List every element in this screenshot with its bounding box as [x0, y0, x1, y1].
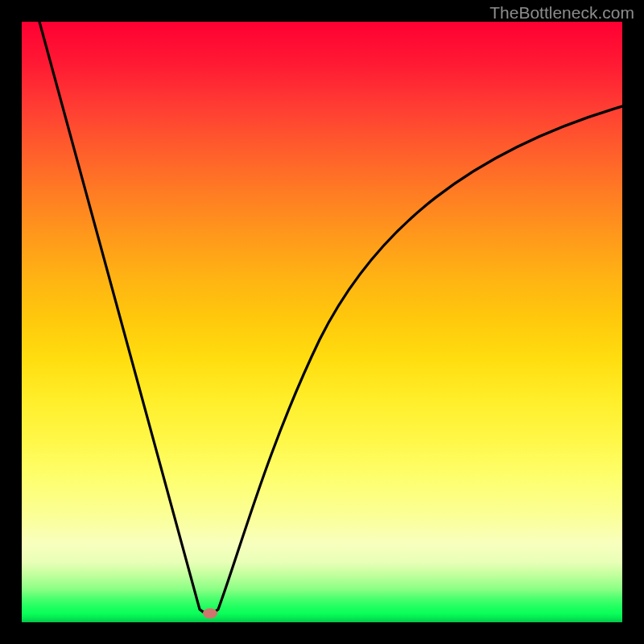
plot-area: [22, 22, 622, 622]
chart-svg: [22, 22, 622, 622]
bottleneck-curve: [39, 22, 622, 613]
optimum-marker: [203, 609, 217, 619]
attribution-text: TheBottleneck.com: [489, 3, 634, 23]
